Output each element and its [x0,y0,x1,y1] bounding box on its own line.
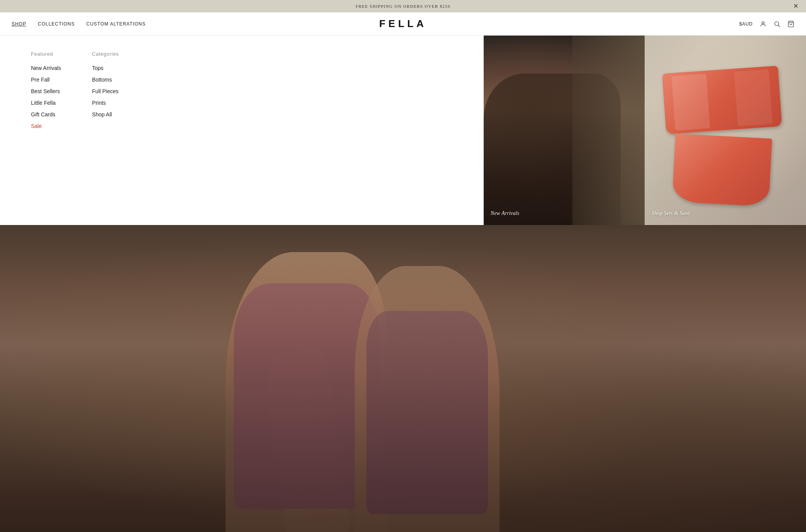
nav-custom-alterations[interactable]: CUSTOM ALTERATIONS [86,21,145,27]
swimsuit-top-product [662,66,782,134]
list-item: Little Fella [31,99,61,106]
list-item: Full Pieces [92,88,119,95]
account-icon[interactable] [760,20,767,27]
site-logo: FELLA [379,18,427,30]
list-item: Sale [31,123,61,130]
featured-new-arrivals-link[interactable]: New Arrivals [31,65,61,71]
menu-right-panel: New Arrivals Shop Sets & Save [484,36,806,225]
swimsuit-bottom-product [672,133,772,206]
list-item: Gift Cards [31,111,61,118]
list-item: Pre Fall [31,76,61,83]
featured-best-sellers-link[interactable]: Best Sellers [31,88,60,94]
model-figure-group [484,73,621,225]
category-prints-link[interactable]: Prints [92,100,106,106]
shop-dropdown-menu: Featured New Arrivals Pre Fall Best Sell… [0,36,806,225]
currency-selector[interactable]: $AUD [739,21,753,27]
category-full-pieces-link[interactable]: Full Pieces [92,88,118,94]
hero-section [0,225,806,532]
nav-right: $AUD [739,20,794,27]
list-item: Tops [92,65,119,72]
list-item: New Arrivals [31,65,61,72]
category-bottoms-link[interactable]: Bottoms [92,77,112,83]
cart-icon[interactable] [787,20,794,27]
featured-column: Featured New Arrivals Pre Fall Best Sell… [31,51,61,134]
shop-sets-image-panel[interactable]: Shop Sets & Save [645,36,806,225]
svg-point-0 [762,22,764,24]
menu-left-panel: Featured New Arrivals Pre Fall Best Sell… [0,36,484,225]
list-item: Bottoms [92,76,119,83]
shop-sets-panel-label: Shop Sets & Save [652,210,690,217]
hero-model-right [355,266,500,532]
page-wrapper: Featured New Arrivals Pre Fall Best Sell… [0,36,806,532]
announcement-close-button[interactable]: ✕ [793,3,798,9]
featured-heading: Featured [31,51,61,57]
featured-little-fella-link[interactable]: Little Fella [31,100,56,106]
nav-shop[interactable]: SHOP [12,21,26,27]
search-icon[interactable] [773,20,780,27]
list-item: Shop All [92,111,119,118]
featured-gift-cards-link[interactable]: Gift Cards [31,111,55,118]
svg-line-2 [778,25,780,27]
featured-list: New Arrivals Pre Fall Best Sellers Littl… [31,65,61,130]
svg-point-1 [775,22,779,26]
category-shop-all-link[interactable]: Shop All [92,111,112,118]
nav-left: SHOP COLLECTIONS CUSTOM ALTERATIONS [12,21,145,27]
categories-heading: Categories [92,51,119,57]
nav-collections[interactable]: COLLECTIONS [38,21,75,27]
list-item: Best Sellers [31,88,61,95]
announcement-bar: FREE SHIPPING ON ORDERS OVER $250 ✕ [0,0,806,12]
categories-list: Tops Bottoms Full Pieces Prints Shop All [92,65,119,118]
list-item: Prints [92,99,119,106]
category-tops-link[interactable]: Tops [92,65,104,71]
featured-pre-fall-link[interactable]: Pre Fall [31,77,50,83]
dropdown-columns: Featured New Arrivals Pre Fall Best Sell… [31,51,460,134]
categories-column: Categories Tops Bottoms Full Pieces Prin… [92,51,119,134]
header: SHOP COLLECTIONS CUSTOM ALTERATIONS FELL… [0,12,806,36]
new-arrivals-image-panel[interactable]: New Arrivals [484,36,645,225]
featured-sale-link[interactable]: Sale [31,123,42,129]
new-arrivals-panel-label: New Arrivals [491,210,519,217]
announcement-text: FREE SHIPPING ON ORDERS OVER $250 [356,4,450,9]
